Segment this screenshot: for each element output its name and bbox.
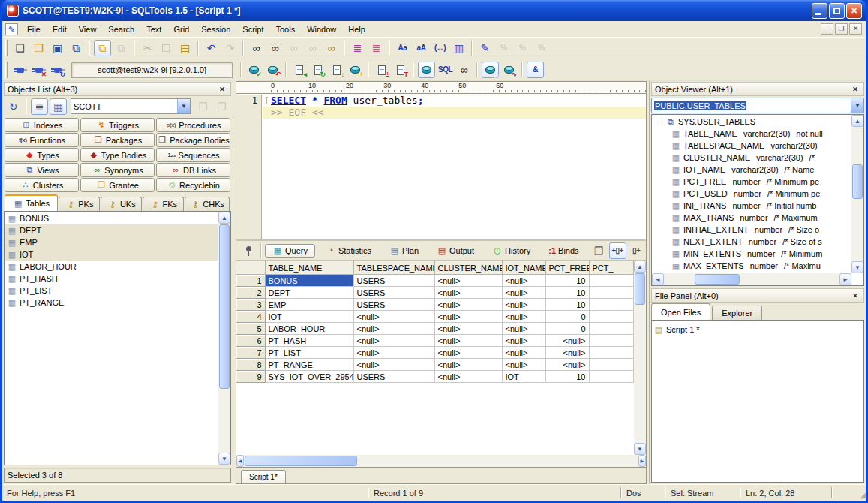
list-item[interactable]: ▦LABOR_HOUR <box>5 261 218 273</box>
tree-root[interactable]: ⧉SYS.USER_TABLES <box>653 116 851 128</box>
results-tab-history[interactable]: ◷History <box>485 244 538 258</box>
column-header[interactable]: IOT_NAME <box>502 261 545 275</box>
scroll-thumb[interactable] <box>635 273 645 305</box>
mdi-minimize-button[interactable]: – <box>821 23 833 35</box>
grid-cell[interactable]: 10 <box>545 299 589 311</box>
replace-icon[interactable]: ∞ <box>266 40 284 56</box>
sql-reference-icon[interactable]: SQL <box>437 62 454 78</box>
open-in-new-grid-icon[interactable]: ▯+ <box>628 242 645 259</box>
tree-item[interactable]: ▦PCT_FREEnumber/* Minimum pe <box>653 176 851 188</box>
scroll-down-icon[interactable]: ▼ <box>851 261 863 273</box>
scroll-left-icon[interactable]: ◄ <box>652 273 664 285</box>
minimize-button[interactable] <box>812 3 827 19</box>
grid-cell[interactable]: IOT <box>265 311 353 323</box>
object-type-button-packages[interactable]: ❒Packages <box>80 133 155 147</box>
grid-cell[interactable] <box>589 299 634 311</box>
grid-cell[interactable]: IOT <box>502 371 545 383</box>
grid-cell[interactable]: <null> <box>434 371 502 383</box>
grid-cell[interactable]: LABOR_HOUR <box>265 323 353 335</box>
grid-cell[interactable]: <null> <box>545 335 589 347</box>
column-header[interactable]: TABLE_NAME <box>265 261 353 275</box>
menu-item-script[interactable]: Script <box>236 23 269 36</box>
object-type-button-types[interactable]: ◆Types <box>5 148 79 162</box>
scroll-up-icon[interactable]: ▲ <box>634 261 646 273</box>
results-tab-plan[interactable]: ▤Plan <box>382 244 426 258</box>
find-object-icon[interactable]: ∞ <box>455 62 473 78</box>
object-type-button-type-bodies[interactable]: ◆Type Bodies <box>80 148 155 162</box>
schema-combo[interactable]: SCOTT ▼ <box>71 98 191 114</box>
lowercase-icon[interactable]: Aa <box>394 40 411 56</box>
row-number-cell[interactable]: 1 <box>236 275 265 287</box>
results-tab-output[interactable]: ▤Output <box>429 244 482 258</box>
tab-uks[interactable]: ⚷UKs <box>101 197 142 211</box>
save-all-icon[interactable]: ⧉ <box>68 40 85 56</box>
row-number-cell[interactable]: 5 <box>236 323 265 335</box>
grid-cell[interactable]: BONUS <box>265 275 353 287</box>
grid-cell[interactable]: 0 <box>545 323 589 335</box>
object-viewer-combo[interactable]: PUBLIC.USER_TABLES ▼ <box>651 98 864 113</box>
object-type-button-views[interactable]: ⧉Views <box>5 163 79 177</box>
results-tab-binds[interactable]: :1Binds <box>541 244 586 258</box>
describe-object-icon[interactable]: ≡ <box>418 62 435 78</box>
tree-item[interactable]: ▦CLUSTER_NAMEvarchar2(30)/* <box>653 152 851 164</box>
list-view-icon[interactable]: ≣ <box>31 98 48 115</box>
object-type-button-synonyms[interactable]: ∞Synonyms <box>80 163 155 177</box>
toolbar-grip[interactable] <box>5 62 8 78</box>
scroll-right-icon[interactable]: ► <box>839 273 851 285</box>
grid-cell[interactable]: <null> <box>434 275 502 287</box>
grid-cell[interactable]: <null> <box>502 287 545 299</box>
grid-cell[interactable]: <null> <box>502 275 545 287</box>
maximize-button[interactable] <box>829 3 845 19</box>
workspace-load-icon[interactable]: ⧉ <box>94 40 111 56</box>
tree-item[interactable]: ▦MAX_TRANSnumber/* Maximum <box>653 212 851 224</box>
reconnect-icon[interactable]: ↻ <box>49 62 66 78</box>
execute-script-icon[interactable]: ↓ <box>328 62 345 78</box>
grid-cell[interactable]: <null> <box>502 335 545 347</box>
grid-cell[interactable]: USERS <box>353 287 434 299</box>
find-marked-icon[interactable]: ∞ <box>323 40 340 56</box>
disconnect-icon[interactable]: ✕ <box>30 62 47 78</box>
grid-cell[interactable]: <null> <box>502 347 545 359</box>
close-button[interactable]: ✕ <box>846 3 862 19</box>
scroll-down-icon[interactable]: ▼ <box>634 443 646 455</box>
grid-cell[interactable] <box>589 371 634 383</box>
tree-item[interactable]: ▦IOT_NAMEvarchar2(30)/* Name <box>653 164 851 176</box>
grid-cell[interactable]: PT_LIST <box>265 347 353 359</box>
tree-item[interactable]: ▦INITIAL_EXTENTnumber/* Size o <box>653 224 851 236</box>
grid-cell[interactable]: <null> <box>434 287 502 299</box>
columns-icon[interactable]: ▥ <box>450 40 467 56</box>
menu-item-file[interactable]: File <box>21 23 47 36</box>
row-number-cell[interactable]: 2 <box>236 287 265 299</box>
grid-cell[interactable]: <null> <box>434 323 502 335</box>
menu-item-window[interactable]: Window <box>301 23 342 36</box>
tree-item[interactable]: ▦TABLE_NAMEvarchar2(30)not null <box>653 128 851 140</box>
scroll-thumb[interactable] <box>245 456 357 466</box>
grid-cell[interactable]: <null> <box>434 299 502 311</box>
objects-list-close-icon[interactable]: ✕ <box>217 84 227 94</box>
copy-grid-icon[interactable]: ❐ <box>590 242 608 259</box>
grid-cell[interactable]: <null> <box>502 299 545 311</box>
row-number-cell[interactable]: 9 <box>236 371 265 383</box>
object-type-button-recyclebin[interactable]: ♲Recyclebin <box>156 178 230 192</box>
substitution-icon[interactable]: & <box>527 62 544 78</box>
unindent-icon[interactable]: ≣ <box>368 40 385 56</box>
scroll-up-icon[interactable]: ▲ <box>851 115 863 127</box>
grid-cell[interactable]: PT_HASH <box>265 335 353 347</box>
tree-expander-icon[interactable] <box>656 119 662 125</box>
grid-cell[interactable]: PT_RANGE <box>265 359 353 371</box>
tree-item[interactable]: ▦NEXT_EXTENTnumber/* Size of s <box>653 236 851 248</box>
row-number-cell[interactable]: 3 <box>236 299 265 311</box>
grid-cell[interactable]: 10 <box>545 287 589 299</box>
open-file-item[interactable]: ▤Script 1 * <box>653 324 862 336</box>
comment-icon[interactable]: ✎ <box>476 40 494 56</box>
grid-cell[interactable]: <null> <box>353 311 434 323</box>
toolbar-grip[interactable] <box>5 40 8 56</box>
grid-cell[interactable]: <null> <box>545 359 589 371</box>
menu-item-text[interactable]: Text <box>140 23 167 36</box>
grid-cell[interactable]: 0 <box>545 311 589 323</box>
script-document-tab[interactable]: Script 1* <box>241 470 286 483</box>
mdi-close-button[interactable]: ✕ <box>849 23 862 35</box>
row-number-cell[interactable]: 4 <box>236 311 265 323</box>
chevron-down-icon[interactable]: ▼ <box>177 99 190 113</box>
scroll-up-icon[interactable]: ▲ <box>218 212 230 224</box>
